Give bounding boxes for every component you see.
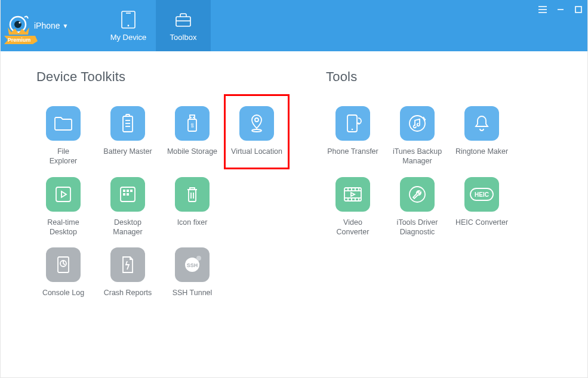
minimize-button[interactable] bbox=[552, 1, 569, 19]
device-toolkits-grid: File Explorer Battery Master bbox=[36, 106, 290, 307]
tool-label: Ringtone Maker bbox=[455, 147, 508, 166]
tool-label: Phone Transfer bbox=[327, 147, 378, 166]
svg-point-25 bbox=[252, 129, 261, 132]
ssh-icon: SSH bbox=[175, 247, 210, 282]
itunes-backup-icon bbox=[400, 106, 435, 141]
device-toolkits-section: Device Toolkits File Explorer bbox=[36, 69, 290, 307]
section-title-device-toolkits: Device Toolkits bbox=[36, 69, 290, 85]
hamburger-icon bbox=[538, 5, 547, 16]
tool-label: Desktop Manager bbox=[113, 218, 142, 237]
tab-label-toolbox: Toolbox bbox=[170, 33, 197, 42]
svg-rect-14 bbox=[123, 116, 133, 132]
grid-apps-icon bbox=[110, 177, 145, 212]
svg-rect-29 bbox=[127, 190, 129, 192]
svg-rect-30 bbox=[130, 190, 133, 192]
minimize-icon bbox=[557, 5, 564, 16]
svg-text:⥮: ⥮ bbox=[190, 122, 195, 129]
svg-rect-15 bbox=[126, 114, 130, 116]
svg-rect-28 bbox=[123, 190, 125, 192]
video-reel-icon bbox=[335, 177, 370, 212]
svg-rect-7 bbox=[176, 17, 190, 26]
tool-label: Video Converter bbox=[337, 218, 370, 237]
battery-icon bbox=[110, 106, 145, 141]
window-controls bbox=[534, 0, 587, 20]
tool-label: Virtual Location bbox=[231, 147, 282, 166]
svg-text:Premium: Premium bbox=[8, 37, 31, 43]
play-square-icon bbox=[46, 177, 81, 212]
tools-section: Tools Phone Transfer bbox=[326, 69, 535, 307]
nav-tabs: My Device Toolbox bbox=[101, 0, 211, 51]
tool-label: Battery Master bbox=[103, 147, 152, 166]
log-file-icon bbox=[46, 247, 81, 282]
tool-desktop-manager[interactable]: Desktop Manager bbox=[101, 177, 155, 237]
main-content: Device Toolkits File Explorer bbox=[1, 51, 587, 319]
tool-console-log[interactable]: Console Log bbox=[36, 247, 90, 307]
tool-battery-master[interactable]: Battery Master bbox=[101, 106, 155, 166]
tool-ssh-tunnel[interactable]: SSH SSH Tunnel bbox=[165, 247, 219, 307]
crash-file-icon bbox=[110, 247, 145, 282]
svg-point-41 bbox=[196, 256, 201, 261]
folder-icon bbox=[46, 106, 81, 141]
trash-icon bbox=[175, 177, 210, 212]
usb-drive-icon: ⥮ bbox=[175, 106, 210, 141]
tool-mobile-storage[interactable]: ⥮ Mobile Storage bbox=[165, 106, 219, 166]
wrench-circle-icon bbox=[400, 177, 435, 212]
tool-label: File Explorer bbox=[50, 147, 78, 166]
svg-point-56 bbox=[410, 187, 425, 202]
maximize-icon bbox=[575, 5, 582, 16]
svg-rect-35 bbox=[58, 257, 69, 272]
svg-text:HEIC: HEIC bbox=[475, 191, 489, 198]
svg-rect-32 bbox=[127, 193, 129, 196]
tool-realtime-desktop[interactable]: Real-time Desktop bbox=[36, 177, 90, 237]
tool-itunes-backup-manager[interactable]: iTunes Backup Manager bbox=[390, 106, 444, 166]
premium-badge: Premium bbox=[4, 26, 40, 49]
app-header: iPhone ▼ Premium My Device bbox=[1, 0, 587, 51]
svg-point-24 bbox=[255, 118, 258, 122]
tab-label-my-device: My Device bbox=[110, 33, 147, 42]
tool-video-converter[interactable]: Video Converter bbox=[326, 177, 380, 237]
maximize-button[interactable] bbox=[569, 1, 587, 19]
tab-my-device[interactable]: My Device bbox=[101, 0, 156, 51]
tools-grid: Phone Transfer iTunes Backup Manager bbox=[326, 106, 535, 237]
tool-itools-driver-diagnostic[interactable]: iTools Driver Diagnostic bbox=[390, 177, 444, 237]
tool-label: Console Log bbox=[42, 288, 84, 307]
tool-label: Mobile Storage bbox=[167, 147, 217, 166]
tool-label: SSH Tunnel bbox=[173, 288, 213, 307]
menu-button[interactable] bbox=[534, 1, 552, 19]
phone-transfer-icon bbox=[335, 106, 370, 141]
section-title-tools: Tools bbox=[326, 69, 535, 85]
tool-ringtone-maker[interactable]: Ringtone Maker bbox=[455, 106, 509, 166]
svg-point-43 bbox=[352, 129, 353, 131]
tool-phone-transfer[interactable]: Phone Transfer bbox=[326, 106, 380, 166]
tool-icon-fixer[interactable]: Icon fixer bbox=[165, 177, 219, 237]
tool-label: Crash Reports bbox=[104, 288, 152, 307]
tool-label: HEIC Converter bbox=[455, 218, 508, 237]
tool-label: Real-time Desktop bbox=[47, 218, 79, 237]
tablet-icon bbox=[119, 10, 138, 29]
tool-heic-converter[interactable]: HEIC HEIC Converter bbox=[455, 177, 509, 237]
tool-crash-reports[interactable]: Crash Reports bbox=[101, 247, 155, 307]
tool-label: Icon fixer bbox=[177, 218, 208, 237]
tool-label: iTools Driver Diagnostic bbox=[397, 218, 438, 237]
tool-virtual-location[interactable]: Virtual Location bbox=[230, 106, 284, 166]
toolbox-icon bbox=[174, 10, 193, 29]
svg-line-38 bbox=[63, 264, 65, 265]
tool-label: iTunes Backup Manager bbox=[393, 147, 442, 166]
svg-rect-13 bbox=[575, 7, 581, 13]
heic-icon: HEIC bbox=[464, 177, 499, 212]
chevron-down-icon: ▼ bbox=[63, 23, 69, 29]
svg-point-2 bbox=[19, 21, 20, 23]
svg-rect-31 bbox=[123, 193, 125, 196]
svg-rect-26 bbox=[56, 187, 70, 202]
svg-text:SSH: SSH bbox=[187, 262, 198, 268]
svg-point-5 bbox=[128, 24, 130, 26]
tool-file-explorer[interactable]: File Explorer bbox=[36, 106, 90, 166]
bell-icon bbox=[464, 106, 499, 141]
location-pin-icon bbox=[239, 106, 274, 141]
tab-toolbox[interactable]: Toolbox bbox=[156, 0, 211, 51]
